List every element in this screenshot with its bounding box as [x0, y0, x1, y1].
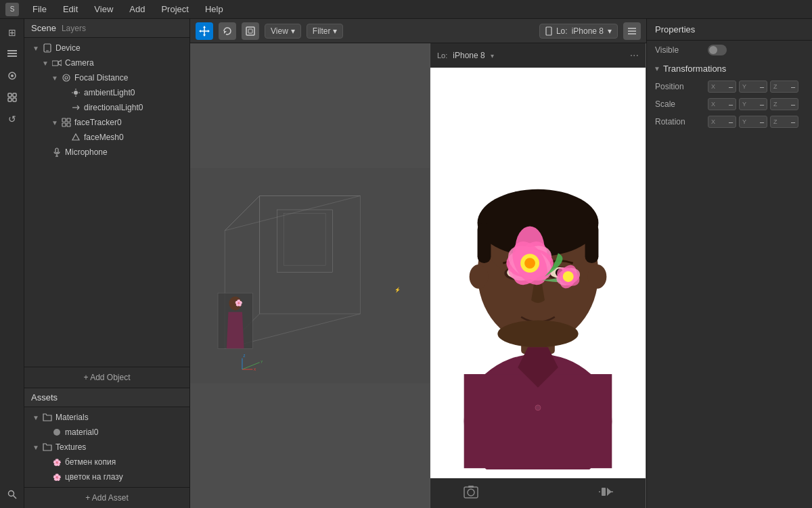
- materials-arrow: ▼: [32, 414, 42, 421]
- materials-folder-icon: [42, 412, 53, 423]
- camera-icon: [51, 57, 62, 68]
- svg-text:🌸: 🌸: [235, 299, 243, 307]
- svg-text:⚡: ⚡: [394, 287, 401, 293]
- transformations-section-header[interactable]: ▼ Transformations: [647, 60, 812, 78]
- tree-item-focal[interactable]: ▼ Focal Distance: [24, 70, 189, 85]
- tree-item-textures[interactable]: ▼ Textures: [24, 440, 189, 455]
- rotation-z[interactable]: Z –: [770, 116, 798, 128]
- scale-y[interactable]: Y –: [739, 98, 767, 110]
- layers-icon[interactable]: [3, 45, 22, 64]
- svg-point-17: [74, 91, 78, 95]
- toggle-knob: [709, 46, 717, 54]
- add-object-button[interactable]: + Add Object: [24, 367, 189, 388]
- svg-point-33: [53, 429, 60, 436]
- rotation-y[interactable]: Y –: [739, 116, 767, 128]
- svg-point-70: [588, 264, 607, 289]
- svg-marker-36: [203, 26, 206, 28]
- scale-z[interactable]: Z –: [770, 98, 798, 110]
- svg-rect-7: [8, 98, 12, 101]
- phone-lo-label: Lo:: [437, 51, 447, 60]
- refresh-button[interactable]: [219, 22, 236, 40]
- search-icon[interactable]: [3, 485, 22, 504]
- viewport-menu-button[interactable]: [623, 22, 641, 40]
- view-button[interactable]: View ▾: [265, 24, 301, 39]
- wireframe-svg: 🌸 Y X Z ⚡: [190, 43, 430, 508]
- add-asset-button[interactable]: + Add Asset: [24, 487, 189, 508]
- svg-rect-6: [13, 93, 16, 97]
- position-fields: X – Y – Z –: [708, 80, 804, 93]
- position-z[interactable]: Z –: [770, 80, 798, 93]
- rotation-row: Rotation X – Y – Z –: [647, 113, 812, 131]
- menu-edit[interactable]: Edit: [60, 3, 81, 16]
- layers-tab[interactable]: Layers: [62, 24, 86, 33]
- undo-icon[interactable]: ↺: [3, 110, 22, 129]
- facemesh-label: faceMesh0: [84, 133, 124, 142]
- svg-point-16: [65, 76, 68, 79]
- svg-rect-0: [7, 50, 17, 51]
- material0-label: material0: [65, 428, 98, 437]
- menu-bar: S File Edit View Add Project Help: [0, 0, 812, 19]
- tree-item-ambient[interactable]: ambientLight0: [24, 85, 189, 100]
- record-button[interactable]: [598, 484, 613, 503]
- rotation-x[interactable]: X –: [708, 116, 736, 128]
- tree-item-texture1[interactable]: 🌸 бетмен копия: [24, 455, 189, 469]
- focal-arrow: ▼: [51, 74, 61, 82]
- tree-item-camera[interactable]: ▼ Camera: [24, 55, 189, 70]
- phone-menu-button[interactable]: ···: [630, 49, 639, 62]
- menu-file[interactable]: File: [30, 3, 49, 16]
- svg-point-96: [468, 489, 474, 496]
- assets-panel: Assets ▼ Materials: [24, 388, 189, 508]
- tree-item-materials[interactable]: ▼ Materials: [24, 410, 189, 425]
- viewport-3d[interactable]: 🌸 Y X Z ⚡: [190, 43, 430, 508]
- svg-point-4: [11, 74, 14, 77]
- textures-label: Textures: [55, 442, 86, 452]
- svg-marker-14: [58, 60, 62, 66]
- filter-button[interactable]: Filter ▾: [307, 24, 344, 39]
- frame-button[interactable]: [242, 22, 259, 40]
- visible-toggle[interactable]: [708, 45, 727, 55]
- menu-view[interactable]: View: [91, 3, 116, 16]
- device-selector[interactable]: Lo: iPhone 8 ▾: [539, 24, 618, 39]
- menu-project[interactable]: Project: [158, 3, 191, 16]
- scene-header: Scene Layers: [24, 19, 189, 38]
- svg-marker-29: [72, 134, 79, 140]
- scene-icon[interactable]: ⊞: [3, 23, 22, 42]
- scale-x[interactable]: X –: [708, 98, 736, 110]
- assets-title: Assets: [31, 392, 58, 402]
- svg-point-78: [497, 320, 578, 347]
- tree-item-microphone[interactable]: Microphone: [24, 145, 189, 160]
- tree-item-facemesh[interactable]: faceMesh0: [24, 130, 189, 145]
- svg-rect-80: [478, 223, 491, 263]
- svg-rect-47: [190, 168, 430, 383]
- assets-tree: ▼ Materials material0: [24, 407, 189, 487]
- tree-item-texture2[interactable]: 🌸 цветок на глазу: [24, 469, 189, 484]
- device-arrow: ▼: [32, 45, 42, 52]
- directional-light-icon: [70, 102, 81, 113]
- tree-item-material0[interactable]: material0: [24, 425, 189, 440]
- tree-item-directional[interactable]: directionalLight0: [24, 100, 189, 115]
- svg-rect-42: [248, 29, 252, 33]
- menu-add[interactable]: Add: [127, 3, 148, 16]
- main-layout: ⊞ ↺ Scene Layers ▼: [0, 19, 812, 508]
- svg-point-15: [63, 74, 70, 81]
- svg-marker-99: [607, 488, 612, 496]
- materials-label: Materials: [55, 413, 89, 422]
- move-tool-button[interactable]: [196, 22, 213, 40]
- svg-marker-37: [203, 34, 206, 37]
- tree-item-device[interactable]: ▼ Device: [24, 41, 189, 55]
- tree-item-facetracker[interactable]: ▼ faceTracker0: [24, 115, 189, 130]
- position-y[interactable]: Y –: [739, 80, 767, 93]
- scale-label: Scale: [655, 99, 702, 109]
- patches-icon[interactable]: [3, 88, 22, 107]
- camera-capture-icon[interactable]: [463, 484, 479, 503]
- scale-fields: X – Y – Z –: [708, 98, 804, 110]
- svg-rect-81: [585, 223, 599, 263]
- facemesh-icon: [70, 132, 81, 143]
- person-photo-svg: [430, 77, 646, 469]
- position-x[interactable]: X –: [708, 80, 736, 93]
- texture1-label: бетмен копия: [65, 457, 116, 467]
- menu-help[interactable]: Help: [202, 3, 226, 16]
- view-chevron-icon: ▾: [291, 26, 295, 36]
- properties-panel: Properties Visible ▼ Transformations Pos…: [646, 19, 812, 508]
- effects-icon[interactable]: [3, 66, 22, 85]
